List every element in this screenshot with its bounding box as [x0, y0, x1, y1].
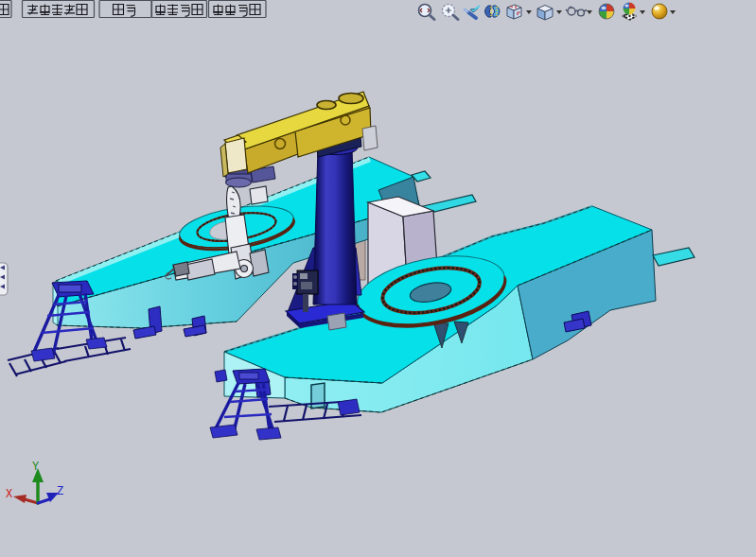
svg-text:Z: Z	[57, 485, 63, 498]
svg-text:X: X	[6, 488, 12, 501]
svg-text:Y: Y	[32, 461, 39, 474]
